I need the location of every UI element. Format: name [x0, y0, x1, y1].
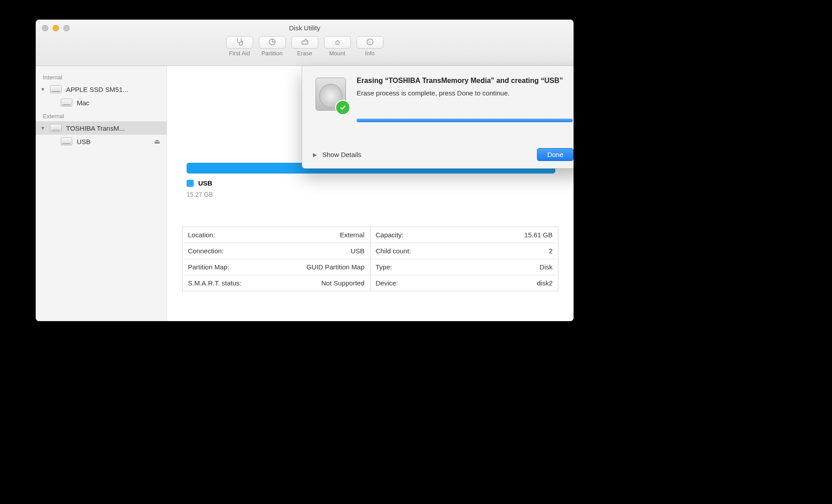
content: Internal ▼ APPLE SSD SM51... Mac Externa… — [36, 66, 574, 321]
svg-point-0 — [241, 41, 243, 42]
info-icon — [365, 37, 375, 48]
toolbar-info[interactable]: Info — [357, 36, 383, 57]
info-key: Child count: — [376, 247, 411, 255]
pie-icon — [267, 37, 277, 48]
toolbar-label: Erase — [297, 50, 312, 57]
info-val: USB — [351, 247, 365, 255]
toolbar-label: Partition — [262, 50, 283, 57]
sidebar-item-label: APPLE SSD SM51... — [66, 86, 128, 93]
disk-icon — [61, 99, 72, 107]
disk-utility-window: Disk Utility First Aid Partition Erase — [36, 20, 574, 321]
sidebar-item-label: USB — [77, 138, 91, 145]
toolbar-first-aid[interactable]: First Aid — [226, 36, 253, 57]
info-grid: Location: External Capacity: 15.61 GB Co… — [182, 227, 558, 291]
info-row: Child count: 2 — [370, 243, 558, 259]
info-row: Device: disk2 — [370, 275, 558, 291]
progress-bar — [357, 119, 573, 122]
close-window-button[interactable] — [42, 25, 48, 31]
info-key: S.M.A.R.T. status: — [188, 279, 241, 287]
sidebar-item-internal-vol[interactable]: Mac — [36, 96, 166, 109]
sidebar-item-internal-disk[interactable]: ▼ APPLE SSD SM51... — [36, 83, 166, 96]
traffic-lights — [42, 25, 70, 31]
info-row: Capacity: 15.61 GB — [370, 227, 558, 243]
chevron-down-icon[interactable]: ▼ — [40, 125, 46, 131]
info-row: Location: External — [183, 227, 370, 243]
info-val: External — [340, 231, 364, 239]
toolbar-mount[interactable]: Mount — [324, 36, 351, 57]
info-val: disk2 — [537, 279, 553, 287]
info-key: Type: — [376, 263, 392, 271]
sidebar-item-external-vol[interactable]: USB ⏏ — [36, 135, 166, 148]
info-key: Device: — [376, 279, 398, 287]
volume-size: 15.27 GB — [187, 191, 213, 198]
success-check-icon — [335, 100, 350, 115]
disk-success-icon — [314, 76, 348, 112]
sheet-title: Erasing “TOSHIBA TransMemory Media” and … — [357, 76, 563, 86]
info-val: Not Supported — [321, 279, 365, 287]
show-details-toggle[interactable]: ▶ Show Details — [313, 151, 362, 158]
progress-fill — [357, 119, 573, 122]
info-row: Partition Map: GUID Partition Map — [183, 259, 370, 275]
minimize-window-button[interactable] — [53, 25, 59, 31]
erase-icon — [300, 37, 310, 48]
info-key: Location: — [188, 231, 215, 239]
sidebar-item-label: TOSHIBA TransM... — [66, 124, 125, 132]
window-title: Disk Utility — [36, 20, 574, 32]
sidebar: Internal ▼ APPLE SSD SM51... Mac Externa… — [36, 66, 167, 321]
toolbar-partition[interactable]: Partition — [259, 36, 286, 57]
toolbar-label: Mount — [329, 50, 345, 57]
volume-name: USB — [198, 179, 212, 187]
info-key: Capacity: — [376, 231, 404, 239]
erase-sheet: Erasing “TOSHIBA TransMemory Media” and … — [302, 66, 574, 169]
info-row: Type: Disk — [370, 259, 558, 275]
chevron-down-icon[interactable]: ▼ — [40, 87, 46, 92]
toolbar-erase[interactable]: Erase — [291, 36, 318, 57]
show-details-label: Show Details — [322, 151, 362, 158]
toolbar-label: First Aid — [229, 50, 250, 57]
sidebar-section-external: External — [36, 109, 166, 121]
disk-icon — [61, 137, 72, 145]
zoom-window-button[interactable] — [63, 25, 70, 31]
volume-color-swatch — [187, 180, 194, 187]
info-key: Partition Map: — [188, 263, 229, 271]
info-val: 2 — [549, 247, 553, 255]
disk-icon — [50, 85, 62, 93]
toolbar-label: Info — [365, 50, 375, 57]
sidebar-item-label: Mac — [77, 99, 89, 107]
info-val: Disk — [540, 263, 553, 271]
disk-icon — [50, 124, 62, 132]
titlebar: Disk Utility First Aid Partition Erase — [36, 20, 574, 66]
svg-rect-2 — [302, 41, 308, 44]
toolbar: First Aid Partition Erase Mount — [36, 36, 574, 57]
chevron-right-icon: ▶ — [313, 152, 317, 158]
done-button[interactable]: Done — [537, 148, 574, 161]
eject-icon[interactable]: ⏏ — [154, 137, 160, 145]
mount-icon — [333, 37, 342, 48]
sidebar-item-external-disk[interactable]: ▼ TOSHIBA TransM... — [36, 121, 166, 135]
info-row: Connection: USB — [183, 243, 370, 259]
main-panel: USB 15.27 GB Location: External Capacity… — [167, 66, 574, 321]
info-row: S.M.A.R.T. status: Not Supported — [183, 275, 370, 291]
info-val: 15.61 GB — [524, 231, 553, 239]
info-val: GUID Partition Map — [306, 263, 364, 271]
sidebar-section-internal: Internal — [36, 70, 166, 83]
stethoscope-icon — [235, 37, 245, 48]
volume-chip: USB — [187, 179, 212, 187]
sheet-subtitle: Erase process is complete, press Done to… — [357, 89, 563, 97]
info-key: Connection: — [188, 247, 224, 255]
